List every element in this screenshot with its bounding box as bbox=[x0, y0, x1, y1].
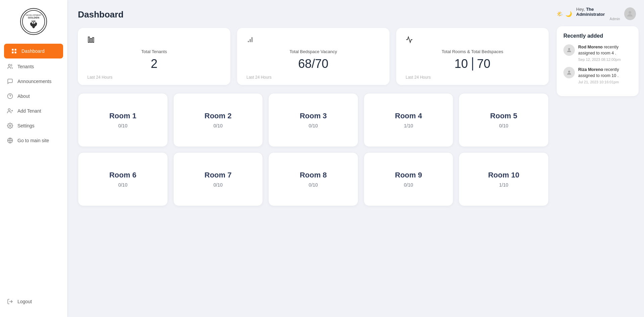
sun-icon[interactable]: 🌤️ bbox=[557, 11, 563, 17]
room-card-1[interactable]: Room 1 0/10 bbox=[78, 93, 168, 147]
activity-name-1: Rod Moreno bbox=[578, 45, 603, 49]
room-name-5: Room 5 bbox=[490, 112, 517, 120]
page-title: Dashboard bbox=[78, 9, 549, 20]
recently-added-title: Recently added bbox=[563, 33, 632, 39]
sidebar-item-about-label: About bbox=[17, 93, 30, 99]
room-occupancy-8: 0/10 bbox=[309, 182, 318, 188]
sidebar-item-add-tenant[interactable]: Add Tenant bbox=[0, 104, 67, 118]
sidebar-item-tenants-label: Tenants bbox=[17, 64, 34, 69]
stats-row: Total Tenants 2 Last 24 Hours Total Beds… bbox=[78, 28, 549, 85]
grid-icon bbox=[11, 48, 17, 54]
svg-text:DEVELOPMENT: DEVELOPMENT bbox=[26, 14, 42, 16]
stat-value-rooms-bedspaces: 10 70 bbox=[406, 57, 539, 71]
room-occupancy-4: 1/10 bbox=[404, 123, 413, 128]
room-card-9[interactable]: Room 9 0/10 bbox=[364, 152, 454, 206]
user-name: The Administrator bbox=[576, 7, 605, 17]
svg-rect-9 bbox=[12, 49, 13, 50]
help-circle-icon bbox=[7, 93, 13, 100]
room-name-8: Room 8 bbox=[300, 171, 327, 180]
room-name-9: Room 9 bbox=[395, 171, 422, 180]
people-icon bbox=[7, 63, 13, 70]
room-card-10[interactable]: Room 10 1/10 bbox=[459, 152, 549, 206]
main-content: Dashboard Total Tenants 2 Last 24 Hours … bbox=[67, 0, 557, 317]
theme-icons: 🌤️ 🌙 bbox=[557, 11, 572, 17]
sidebar-item-goto-main[interactable]: Go to main site bbox=[0, 133, 67, 148]
svg-rect-12 bbox=[15, 52, 16, 53]
room-name-1: Room 1 bbox=[109, 112, 136, 120]
bar-chart-icon bbox=[246, 36, 380, 45]
room-occupancy-5: 0/10 bbox=[499, 123, 508, 128]
recently-added-card: Recently added Rod Moreno recently assig… bbox=[557, 26, 639, 96]
logout-button[interactable]: Logout bbox=[7, 294, 60, 309]
activity-time-1: Sep 12, 2023 08:12:00pm bbox=[578, 57, 632, 62]
svg-point-19 bbox=[9, 125, 11, 127]
stat-label-bedspace-vacancy: Total Bedspace Vacancy bbox=[246, 49, 380, 54]
room-occupancy-9: 0/10 bbox=[404, 182, 413, 188]
activity-text-1: Rod Moreno recently assigned to room 4 . bbox=[578, 44, 632, 56]
svg-text:GOLDEN: GOLDEN bbox=[28, 16, 39, 19]
right-panel: 🌤️ 🌙 Hey, The Administrator Admin Recent… bbox=[557, 0, 644, 317]
room-occupancy-3: 0/10 bbox=[309, 123, 318, 128]
stat-footer-total-tenants: Last 24 Hours bbox=[87, 75, 221, 80]
activity-text-2: Riza Moreno recently assigned to room 10… bbox=[578, 67, 632, 79]
stat-footer-bedspace-vacancy: Last 24 Hours bbox=[246, 75, 380, 80]
room-card-6[interactable]: Room 6 0/10 bbox=[78, 152, 168, 206]
sidebar-item-goto-main-label: Go to main site bbox=[17, 138, 49, 143]
sidebar-nav: Dashboard Tenants Announcements About bbox=[0, 40, 67, 289]
sidebar-logo: GOLDEN EYE DEVELOPMENT bbox=[0, 0, 67, 40]
room-card-8[interactable]: Room 8 0/10 bbox=[268, 152, 358, 206]
svg-rect-10 bbox=[15, 49, 16, 50]
rooms-grid: Room 1 0/10 Room 2 0/10 Room 3 0/10 Room… bbox=[78, 93, 549, 206]
activity-avatar-1 bbox=[563, 44, 575, 56]
stat-label-rooms-bedspaces: Total Rooms & Total Bedspaces bbox=[406, 49, 539, 54]
svg-rect-25 bbox=[93, 38, 94, 43]
user-greeting: Hey, The Administrator bbox=[576, 7, 620, 17]
room-name-4: Room 4 bbox=[395, 112, 422, 120]
stat-footer-rooms-bedspaces: Last 24 Hours bbox=[406, 75, 539, 80]
room-name-10: Room 10 bbox=[488, 171, 519, 180]
room-card-4[interactable]: Room 4 1/10 bbox=[364, 93, 454, 147]
stat-card-bedspace-vacancy: Total Bedspace Vacancy 68/70 Last 24 Hou… bbox=[237, 28, 389, 85]
room-occupancy-7: 0/10 bbox=[214, 182, 223, 188]
room-card-3[interactable]: Room 3 0/10 bbox=[268, 93, 358, 147]
svg-rect-23 bbox=[88, 37, 90, 43]
stat-card-rooms-bedspaces: Total Rooms & Total Bedspaces 10 70 Last… bbox=[396, 28, 549, 85]
room-occupancy-10: 1/10 bbox=[499, 182, 508, 188]
sidebar-item-settings-label: Settings bbox=[17, 123, 35, 128]
sidebar-item-dashboard[interactable]: Dashboard bbox=[4, 44, 63, 58]
activity-name-2: Riza Moreno bbox=[578, 67, 603, 72]
sidebar-item-add-tenant-label: Add Tenant bbox=[17, 108, 41, 114]
sidebar-item-announcements[interactable]: Announcements bbox=[0, 74, 67, 89]
stat-value-bedspace-vacancy: 68/70 bbox=[246, 57, 380, 71]
sidebar-item-about[interactable]: About bbox=[0, 89, 67, 104]
room-card-7[interactable]: Room 7 0/10 bbox=[173, 152, 263, 206]
activity-item-2: Riza Moreno recently assigned to room 10… bbox=[563, 67, 632, 84]
sidebar-item-tenants[interactable]: Tenants bbox=[0, 59, 67, 74]
activity-avatar-2 bbox=[563, 67, 575, 78]
settings-icon bbox=[7, 122, 13, 129]
stat-label-total-tenants: Total Tenants bbox=[87, 49, 221, 54]
room-card-2[interactable]: Room 2 0/10 bbox=[173, 93, 263, 147]
sidebar-item-dashboard-label: Dashboard bbox=[21, 48, 45, 54]
svg-point-29 bbox=[629, 11, 631, 14]
user-role: Admin bbox=[576, 17, 620, 21]
sidebar-item-announcements-label: Announcements bbox=[17, 79, 51, 84]
moon-icon[interactable]: 🌙 bbox=[565, 11, 572, 17]
globe-icon bbox=[7, 137, 13, 144]
logout-label: Logout bbox=[17, 299, 32, 304]
svg-rect-11 bbox=[12, 52, 13, 53]
stat-value-rooms: 10 bbox=[454, 57, 468, 71]
user-info: Hey, The Administrator Admin bbox=[576, 7, 620, 21]
sidebar: GOLDEN EYE DEVELOPMENT Dashboard bbox=[0, 0, 67, 317]
stat-value-total-tenants: 2 bbox=[87, 57, 221, 71]
room-card-5[interactable]: Room 5 0/10 bbox=[459, 93, 549, 147]
room-occupancy-1: 0/10 bbox=[118, 123, 127, 128]
sidebar-item-settings[interactable]: Settings bbox=[0, 118, 67, 133]
svg-rect-24 bbox=[90, 38, 92, 42]
sidebar-bottom: Logout bbox=[0, 289, 67, 317]
chat-icon bbox=[7, 78, 13, 85]
svg-point-16 bbox=[8, 109, 10, 111]
room-name-7: Room 7 bbox=[204, 171, 232, 180]
room-name-2: Room 2 bbox=[204, 112, 232, 120]
stat-value-divider bbox=[472, 57, 473, 71]
